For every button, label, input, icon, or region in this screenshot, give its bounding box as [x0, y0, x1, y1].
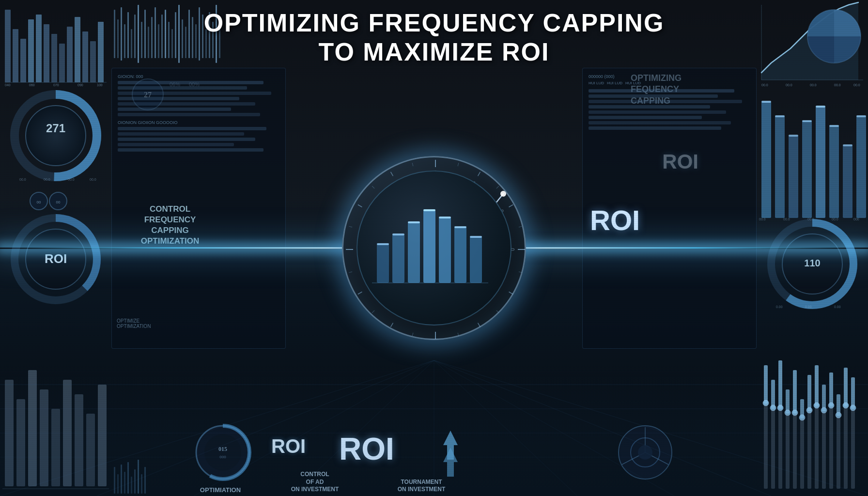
svg-rect-75 — [192, 17, 193, 58]
center-gauge: 0 0 6 0 — [342, 156, 526, 340]
svg-rect-55 — [124, 24, 125, 58]
svg-text:0.00: 0.00 — [834, 305, 841, 309]
svg-rect-61 — [144, 10, 146, 58]
svg-text:060: 060 — [29, 83, 35, 87]
svg-rect-23 — [82, 31, 88, 82]
svg-rect-121 — [377, 243, 389, 245]
gauge-outer-ring: 0 0 6 0 — [342, 156, 526, 340]
svg-line-85 — [478, 172, 480, 176]
gauge-inner — [356, 170, 512, 326]
svg-text:040: 040 — [5, 83, 11, 87]
svg-rect-140 — [789, 136, 798, 218]
svg-text:0.00: 0.00 — [805, 305, 812, 309]
svg-line-101 — [458, 333, 459, 336]
main-title: OPTIMIZING FREQUENCY CAPPING TO MAXIMIZE… — [204, 9, 665, 67]
svg-line-94 — [358, 205, 362, 207]
svg-rect-52 — [114, 10, 115, 58]
svg-rect-78 — [202, 15, 203, 58]
svg-rect-141 — [802, 121, 812, 218]
svg-rect-142 — [816, 107, 825, 218]
svg-rect-72 — [182, 19, 183, 58]
svg-rect-21 — [67, 27, 73, 82]
svg-rect-144 — [843, 145, 852, 218]
svg-rect-139 — [775, 116, 785, 218]
svg-rect-16 — [28, 19, 34, 82]
svg-rect-151 — [829, 125, 839, 127]
center-right-panel: 000000 (000) HUI LUD HUI LUD HUI LUD ROI — [582, 68, 757, 349]
svg-rect-116 — [408, 222, 420, 283]
svg-rect-149 — [802, 120, 812, 122]
svg-rect-66 — [161, 15, 163, 58]
svg-rect-124 — [423, 209, 435, 211]
svg-rect-17 — [36, 15, 42, 82]
svg-line-91 — [391, 323, 393, 327]
svg-rect-53 — [117, 19, 119, 58]
svg-rect-145 — [856, 116, 866, 218]
svg-text:00.0: 00.0 — [44, 178, 50, 181]
svg-text:0.00: 0.00 — [776, 305, 783, 309]
center-right-roi-large: ROI — [590, 204, 640, 236]
main-container: OPTIMIZING FREQUENCY CAPPING TO MAXIMIZE… — [0, 0, 868, 496]
svg-rect-71 — [178, 5, 180, 63]
svg-rect-120 — [470, 237, 482, 283]
svg-text:00: 00 — [56, 200, 61, 204]
svg-rect-13 — [5, 10, 11, 82]
svg-rect-114 — [377, 244, 389, 283]
svg-rect-153 — [856, 115, 866, 117]
svg-rect-20 — [59, 44, 65, 82]
svg-line-107 — [412, 163, 413, 166]
svg-line-96 — [458, 163, 459, 166]
svg-line-105 — [349, 226, 352, 227]
svg-rect-56 — [127, 12, 129, 58]
svg-rect-58 — [134, 15, 136, 58]
svg-rect-147 — [775, 115, 785, 117]
svg-rect-127 — [470, 236, 482, 238]
svg-line-92 — [358, 292, 362, 294]
svg-rect-14 — [13, 29, 18, 82]
svg-text:ROI: ROI — [45, 251, 67, 266]
optimize-text-bottom: OPTIMIZEOPTIMIZATION — [117, 318, 151, 329]
svg-text:090: 090 — [78, 83, 83, 87]
svg-rect-115 — [392, 234, 404, 283]
svg-text:100: 100 — [97, 83, 103, 87]
svg-rect-65 — [158, 24, 159, 58]
floor-reflection — [0, 375, 868, 496]
svg-rect-54 — [121, 7, 122, 61]
svg-line-95 — [391, 172, 393, 176]
svg-rect-74 — [188, 10, 190, 58]
svg-line-86 — [509, 205, 513, 207]
svg-rect-146 — [761, 101, 771, 103]
svg-rect-60 — [141, 22, 142, 58]
svg-rect-150 — [816, 106, 825, 108]
svg-rect-122 — [392, 233, 404, 235]
left-donut-1: 271 00.0 00.0 00.0 00.0 — [10, 90, 102, 182]
title-line1: OPTIMIZING FREQUENCY CAPPING — [204, 9, 665, 38]
top-right-pie — [805, 7, 863, 65]
svg-rect-125 — [439, 217, 451, 218]
svg-rect-118 — [439, 217, 451, 283]
svg-line-98 — [519, 226, 522, 227]
right-donut: 110 0.00 0.00 0.00 — [766, 218, 858, 310]
svg-rect-126 — [454, 226, 466, 228]
svg-text:070: 070 — [53, 83, 59, 87]
svg-text:110: 110 — [804, 258, 820, 268]
svg-rect-123 — [408, 221, 420, 223]
svg-line-99 — [519, 272, 522, 273]
svg-rect-148 — [789, 135, 798, 137]
svg-rect-152 — [843, 144, 852, 146]
center-left-panel: GIOION: 000 OIONION GIOIION GOOOOIO — [111, 68, 286, 349]
svg-text:00.0: 00.0 — [68, 178, 75, 181]
svg-rect-64 — [155, 7, 156, 58]
svg-rect-62 — [148, 27, 149, 58]
svg-rect-19 — [51, 34, 57, 82]
svg-rect-119 — [454, 227, 466, 283]
right-bar-chart-tall: 00.0 00.0 00.0 00.0 000 — [757, 78, 868, 223]
svg-rect-70 — [175, 12, 176, 58]
svg-rect-138 — [761, 102, 771, 218]
svg-text:00.0: 00.0 — [759, 217, 766, 221]
svg-rect-67 — [165, 10, 166, 58]
svg-rect-77 — [199, 7, 200, 61]
svg-rect-22 — [75, 17, 80, 82]
svg-rect-76 — [195, 24, 197, 58]
svg-line-89 — [478, 323, 480, 327]
